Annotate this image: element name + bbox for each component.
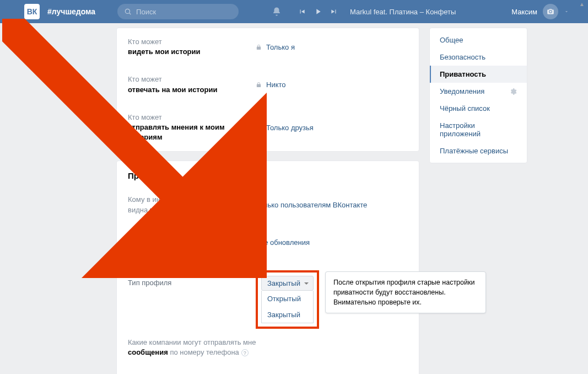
nav-security[interactable]: Безопасность	[430, 49, 527, 66]
label-companies: Какие компании могут отправлять мне сооб…	[128, 338, 282, 357]
hashtag-link[interactable]: #лучшедома	[47, 7, 95, 16]
label-reply-stories: Кто можетотвечать на мои истории	[128, 74, 256, 94]
row-view-stories[interactable]: Кто можетвидеть мои истории Только я	[117, 28, 419, 66]
username[interactable]: Максим	[511, 8, 537, 16]
play-icon[interactable]	[314, 7, 322, 16]
gear-icon[interactable]	[509, 88, 517, 95]
value-reply-stories[interactable]: Никто	[256, 81, 286, 89]
row-page-visible[interactable]: Кому в интернете видна моя страница Толь…	[117, 186, 419, 223]
value-view-stories[interactable]: Только я	[256, 43, 295, 51]
label-page-visible: Кому в интернете видна моя страница	[128, 195, 256, 215]
value-page-visible[interactable]: Только пользователям ВКонтакте	[256, 201, 367, 209]
settings-nav: Общее Безопасность Приватность Уведомлен…	[429, 28, 527, 163]
vk-logo[interactable]: ВК	[24, 4, 40, 19]
avatar[interactable]	[543, 4, 558, 19]
row-profile-type: Тип профиля Закрытый Открытый Закрытый П…	[117, 261, 419, 338]
row-reply-stories[interactable]: Кто можетотвечать на мои истории Никто	[117, 66, 419, 103]
search-input[interactable]	[136, 8, 229, 16]
next-track-icon[interactable]	[330, 8, 338, 15]
profile-type-select[interactable]: Закрытый	[261, 276, 314, 291]
audio-player: Markul feat. Платина – Конфеты	[298, 7, 456, 16]
header-bar: ВК #лучшедома Markul feat. Платина – Кон…	[0, 0, 588, 23]
row-companies[interactable]: Какие компании могут отправлять мне сооб…	[117, 338, 419, 366]
nav-notifications[interactable]: Уведомления	[430, 83, 527, 100]
prev-track-icon[interactable]	[298, 8, 306, 15]
scroll-up-icon[interactable]: ▲	[579, 1, 585, 7]
lock-icon	[256, 125, 262, 131]
row-updates[interactable]: Какие обновления видят в новостях мои др…	[117, 224, 419, 261]
svg-point-0	[125, 9, 130, 13]
label-opinion-stories: Кто можетотправлять мнения к моим истори…	[128, 113, 256, 143]
svg-line-1	[130, 13, 131, 15]
stories-card: Кто можетвидеть мои истории Только я Кто…	[116, 28, 419, 152]
value-opinion-stories[interactable]: Только друзья	[256, 124, 314, 132]
lock-icon	[256, 44, 262, 50]
other-section-title: Прочее	[117, 161, 419, 186]
nav-blacklist[interactable]: Чёрный список	[430, 100, 527, 117]
profile-type-dropdown-highlight: Закрытый Открытый Закрытый	[256, 270, 319, 329]
camera-icon	[547, 8, 554, 15]
nav-apps[interactable]: Настройки приложений	[430, 117, 527, 142]
nav-privacy[interactable]: Приватность	[430, 66, 527, 83]
search-icon	[124, 8, 132, 15]
label-updates: Какие обновления видят в новостях мои др…	[128, 233, 256, 253]
profile-type-option-closed[interactable]: Закрытый	[262, 307, 313, 323]
track-title[interactable]: Markul feat. Платина – Конфеты	[350, 8, 456, 16]
profile-type-tooltip: После открытия профиля старые настройки …	[325, 271, 486, 313]
value-updates[interactable]: Все обновления	[256, 238, 310, 247]
row-opinion-stories[interactable]: Кто можетотправлять мнения к моим истори…	[117, 104, 419, 152]
label-profile-type: Тип профиля	[128, 270, 256, 288]
lock-icon	[256, 82, 262, 88]
other-card: Прочее Кому в интернете видна моя страни…	[116, 161, 419, 374]
chevron-down-icon[interactable]	[564, 9, 569, 14]
label-view-stories: Кто можетвидеть мои истории	[128, 37, 256, 57]
profile-type-option-open[interactable]: Открытый	[262, 291, 313, 307]
nav-general[interactable]: Общее	[430, 31, 527, 49]
bell-icon[interactable]	[272, 7, 282, 17]
nav-payments[interactable]: Платёжные сервисы	[430, 142, 527, 159]
help-icon[interactable]: ?	[241, 349, 249, 356]
search-box[interactable]	[117, 4, 239, 19]
